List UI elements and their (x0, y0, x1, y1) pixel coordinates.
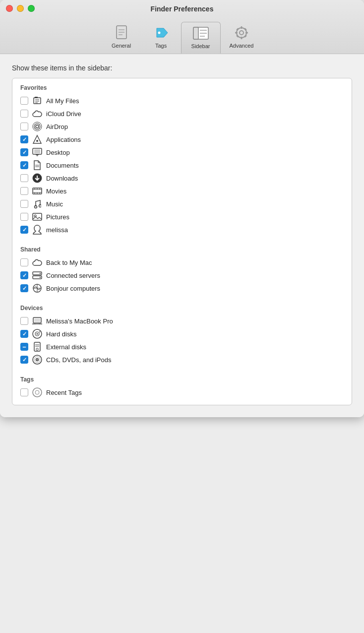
list-item: Bonjour computers (20, 282, 344, 295)
list-item: Documents (20, 159, 344, 172)
icloud-drive-checkbox[interactable] (20, 110, 28, 118)
movies-checkbox[interactable] (20, 187, 28, 195)
svg-point-47 (35, 206, 37, 208)
back-to-my-mac-icon (32, 257, 42, 267)
list-item: Applications (20, 133, 344, 146)
bonjour-computers-icon (32, 283, 42, 293)
recent-tags-checkbox[interactable] (20, 388, 28, 396)
external-disks-checkbox[interactable] (20, 343, 28, 351)
tab-general[interactable]: General (102, 22, 141, 54)
bonjour-computers-checkbox[interactable] (20, 284, 28, 292)
all-my-files-checkbox[interactable] (20, 97, 28, 105)
music-label: Music (46, 200, 63, 208)
back-to-my-mac-label: Back to My Mac (46, 259, 92, 266)
airdrop-checkbox[interactable] (20, 123, 28, 130)
tab-tags[interactable]: Tags (141, 22, 181, 54)
svg-rect-59 (34, 318, 40, 322)
tab-advanced[interactable]: Advanced (221, 22, 263, 54)
svg-point-75 (35, 390, 39, 394)
list-item: Connected servers (20, 269, 344, 282)
list-item: Movies (20, 185, 344, 197)
melissa-checkbox[interactable] (20, 226, 28, 234)
cds-dvds-ipods-icon (32, 355, 42, 365)
svg-rect-24 (35, 97, 38, 98)
toolbar: General Tags (6, 18, 358, 54)
svg-point-25 (36, 125, 39, 128)
all-my-files-label: All My Files (46, 97, 79, 105)
advanced-icon (234, 25, 249, 41)
applications-icon (32, 134, 42, 144)
macbook-pro-checkbox[interactable] (20, 317, 28, 325)
minimize-button[interactable] (17, 5, 24, 12)
connected-servers-checkbox[interactable] (20, 271, 28, 279)
svg-point-4 (158, 32, 160, 34)
advanced-tab-label: Advanced (230, 43, 254, 49)
list-item: Hard disks (20, 327, 344, 340)
connected-servers-icon (32, 270, 42, 280)
svg-rect-31 (34, 149, 40, 153)
shared-group-label: Shared (20, 246, 344, 253)
list-item: Back to My Mac (20, 256, 344, 269)
general-icon (114, 25, 129, 41)
svg-rect-49 (33, 213, 42, 220)
svg-point-48 (39, 205, 42, 207)
downloads-label: Downloads (46, 175, 78, 182)
movies-icon (32, 186, 42, 196)
devices-group-label: Devices (20, 305, 344, 312)
applications-label: Applications (46, 136, 81, 143)
external-disks-icon (32, 342, 42, 352)
back-to-my-mac-checkbox[interactable] (20, 258, 28, 266)
general-tab-label: General (112, 43, 131, 49)
tab-sidebar[interactable]: Sidebar (181, 22, 221, 54)
content-area: Show these items in the sidebar: Favorit… (0, 54, 364, 417)
list-item: melissa (20, 223, 344, 236)
downloads-checkbox[interactable] (20, 174, 28, 182)
svg-point-29 (36, 140, 38, 142)
svg-point-26 (34, 124, 40, 129)
recent-tags-label: Recent Tags (46, 389, 82, 396)
connected-servers-label: Connected servers (46, 272, 100, 279)
pictures-checkbox[interactable] (20, 213, 28, 221)
desktop-label: Desktop (46, 149, 70, 156)
melissa-icon (32, 225, 42, 235)
hard-disks-checkbox[interactable] (20, 330, 28, 338)
bonjour-computers-label: Bonjour computers (46, 285, 100, 292)
music-icon (32, 199, 42, 209)
hard-disks-icon (32, 329, 42, 339)
pictures-icon (32, 212, 42, 222)
maximize-button[interactable] (28, 5, 35, 12)
desktop-checkbox[interactable] (20, 148, 28, 156)
list-item: iCloud Drive (20, 107, 344, 120)
svg-marker-28 (33, 135, 41, 143)
macbook-pro-icon (32, 316, 42, 326)
sidebar-items-list: Favorites All My Files (12, 78, 352, 405)
movies-label: Movies (46, 188, 66, 195)
list-item: External disks (20, 340, 344, 353)
recent-tags-icon (32, 387, 42, 397)
external-disks-label: External disks (46, 343, 86, 351)
music-checkbox[interactable] (20, 200, 28, 208)
cds-dvds-ipods-checkbox[interactable] (20, 356, 28, 364)
applications-checkbox[interactable] (20, 135, 28, 143)
svg-point-74 (33, 388, 42, 397)
documents-checkbox[interactable] (20, 161, 28, 169)
svg-rect-15 (245, 32, 248, 34)
tags-icon (153, 25, 169, 41)
svg-rect-14 (235, 32, 238, 34)
list-item: Downloads (20, 172, 344, 185)
list-item: All My Files (20, 94, 344, 107)
svg-point-64 (37, 333, 38, 335)
cds-dvds-ipods-label: CDs, DVDs, and iPods (46, 356, 112, 364)
window-title: Finder Preferences (6, 5, 358, 13)
titlebar: Finder Preferences General (0, 0, 364, 54)
svg-rect-66 (34, 342, 40, 351)
close-button[interactable] (6, 5, 13, 12)
svg-point-11 (240, 31, 243, 35)
svg-point-53 (40, 273, 41, 274)
svg-point-73 (37, 359, 38, 360)
list-item: Melissa's MacBook Pro (20, 315, 344, 327)
icloud-drive-label: iCloud Drive (46, 110, 81, 118)
list-item: Music (20, 197, 344, 210)
all-my-files-icon (32, 96, 42, 106)
icloud-drive-icon (32, 109, 42, 119)
